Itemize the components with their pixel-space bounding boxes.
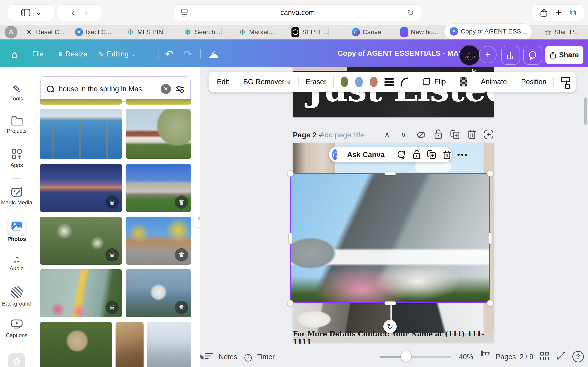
bg-remover-button[interactable]: BG Remover ♛ — [243, 78, 291, 86]
resize-handle-bottom-right[interactable] — [487, 300, 493, 307]
canvas-scrollbar[interactable] — [584, 98, 587, 125]
tab-market[interactable]: ❉ Market... — [234, 25, 278, 40]
pages-icon[interactable] — [481, 350, 483, 356]
profile-avatar[interactable]: A — [5, 26, 17, 39]
help-icon[interactable]: ? — [572, 351, 584, 362]
sidebar-item-magic-media[interactable]: ✦ Magic Media — [0, 187, 33, 206]
sidebar-item-audio[interactable]: ♫ Audio — [0, 253, 33, 272]
photo-result[interactable] — [40, 322, 112, 367]
filter-icon[interactable] — [176, 85, 184, 92]
reader-icon[interactable] — [181, 9, 188, 17]
share-button[interactable]: Share — [545, 46, 583, 64]
resize-menu[interactable]: ♛Resize — [58, 50, 87, 58]
comments-button[interactable] — [523, 46, 542, 65]
more-options-icon[interactable]: ••• — [457, 150, 468, 159]
tab-canva[interactable]: C Canva — [345, 25, 388, 40]
resize-handle-top-left[interactable] — [287, 170, 294, 177]
insights-button[interactable] — [501, 46, 520, 65]
document-title[interactable]: Copy of AGENT ESSENTIALS - MAR — [338, 49, 464, 58]
undo-icon[interactable]: ↶ — [165, 48, 173, 60]
redo-icon[interactable]: ↷ — [184, 48, 192, 60]
color-swatch-olive[interactable] — [341, 77, 348, 87]
zoom-slider-track[interactable] — [380, 356, 451, 358]
photo-result[interactable]: ♛ — [126, 217, 191, 265]
url-bar[interactable]: canva.com ↻ — [174, 5, 421, 21]
sidebar-item-background[interactable]: Background — [0, 286, 33, 307]
eraser-button[interactable]: Eraser — [305, 78, 326, 86]
tab-startp[interactable]: ☆ Start P... — [537, 25, 586, 40]
browser-sidebar-icon[interactable] — [21, 9, 30, 16]
pages-button[interactable]: Pages — [496, 353, 516, 361]
tab-septe[interactable]: SEPTE... — [288, 25, 332, 40]
timer-button[interactable]: Timer — [257, 353, 275, 361]
curve-icon[interactable] — [401, 77, 407, 86]
home-icon[interactable]: ⌂ — [11, 49, 18, 60]
clear-search-icon[interactable]: ✕ — [161, 84, 171, 94]
delete-icon[interactable] — [443, 150, 451, 160]
grid-view-icon[interactable] — [540, 352, 549, 360]
fullscreen-icon[interactable]: ↗ ↙ — [557, 350, 567, 361]
sidebar-item-apps[interactable]: Apps — [0, 149, 33, 168]
move-page-up-icon[interactable]: ∧ — [384, 130, 390, 140]
color-swatch-blue[interactable] — [355, 77, 363, 87]
transparency-icon[interactable] — [460, 77, 467, 86]
search-input[interactable]: house in the spring in Mas — [59, 85, 156, 93]
photo-result[interactable]: ♛ — [126, 164, 191, 212]
sidebar-item-tools[interactable]: ✎ Tools — [0, 83, 33, 102]
photo-result[interactable]: ♛ — [40, 269, 122, 317]
flower-app-icon[interactable]: ✿ — [8, 353, 25, 367]
page2-caption-bar[interactable]: For More Details Contact: Your Name at (… — [293, 333, 494, 342]
photo-search-box[interactable]: house in the spring in Mas ✕ — [40, 76, 191, 102]
forward-icon[interactable]: › — [85, 8, 88, 18]
add-member-button[interactable]: + — [479, 46, 497, 63]
spacing-lines-icon[interactable] — [384, 78, 394, 86]
flip-button[interactable]: Flip — [434, 78, 446, 86]
notes-button[interactable]: Notes — [219, 353, 237, 361]
resize-handle-top-right[interactable] — [487, 170, 493, 177]
tab-active-agent-essentials[interactable]: ♥ Copy of AGENT ESS... — [444, 24, 532, 39]
photo-result[interactable]: ♛ — [40, 217, 122, 265]
file-menu[interactable]: File — [32, 50, 44, 58]
zoom-slider-knob[interactable] — [401, 351, 411, 362]
page2-title-input[interactable]: Add page title — [320, 131, 365, 139]
ask-canva-icon[interactable]: C — [332, 149, 337, 160]
paint-roller-icon[interactable] — [561, 77, 568, 87]
resize-handle-right[interactable] — [488, 233, 492, 244]
delete-page-icon[interactable] — [467, 129, 476, 140]
move-page-down-icon[interactable]: ∨ — [401, 130, 406, 140]
tab-overview-icon[interactable]: ⧉ — [570, 8, 576, 18]
tab-mlspin[interactable]: ❉ MLS PIN — [124, 25, 165, 40]
tab-search[interactable]: ❉ Search... — [182, 25, 223, 40]
photo-result[interactable] — [40, 109, 122, 159]
duplicate-icon[interactable] — [427, 150, 437, 159]
contact-caption[interactable]: For More Details Contact: Your Name at (… — [293, 330, 494, 346]
sidebar-item-projects[interactable]: Projects — [0, 116, 33, 134]
resize-handle-bottom-left[interactable] — [287, 300, 294, 307]
chevron-down-icon[interactable]: ⌄ — [36, 9, 41, 16]
photo-result[interactable] — [126, 99, 191, 105]
brand-avatar[interactable]: ⌂ EVOLVE REALTY — [459, 45, 480, 66]
edit-button[interactable]: Edit — [217, 78, 229, 86]
timer-icon[interactable]: ◷ — [244, 351, 252, 363]
resize-handle-top[interactable] — [384, 172, 396, 175]
refresh-icon[interactable]: ↻ — [407, 8, 414, 17]
hide-page-icon[interactable] — [416, 130, 426, 140]
photo-result[interactable] — [115, 322, 144, 367]
position-button[interactable]: Position — [521, 78, 546, 86]
photo-result[interactable]: ♛ — [40, 164, 122, 212]
ask-canva-label[interactable]: Ask Canva — [347, 150, 385, 159]
lock-icon[interactable] — [412, 150, 421, 160]
share-icon[interactable] — [540, 8, 547, 17]
resize-handle-left[interactable] — [288, 233, 292, 244]
comment-add-icon[interactable] — [397, 150, 406, 159]
new-tab-icon[interactable]: + — [556, 7, 561, 18]
resize-handle-bottom[interactable] — [384, 301, 396, 305]
back-icon[interactable]: ‹ — [72, 8, 75, 18]
color-swatch-salmon[interactable] — [370, 77, 378, 87]
tab-newho[interactable]: New ho... — [397, 25, 441, 40]
photo-result[interactable] — [126, 109, 191, 159]
tab-ixact[interactable]: ✕ Ixact C... — [71, 25, 115, 40]
crop-icon[interactable] — [422, 78, 427, 86]
photo-result[interactable] — [40, 99, 122, 105]
zoom-level[interactable]: 40% — [459, 353, 473, 361]
